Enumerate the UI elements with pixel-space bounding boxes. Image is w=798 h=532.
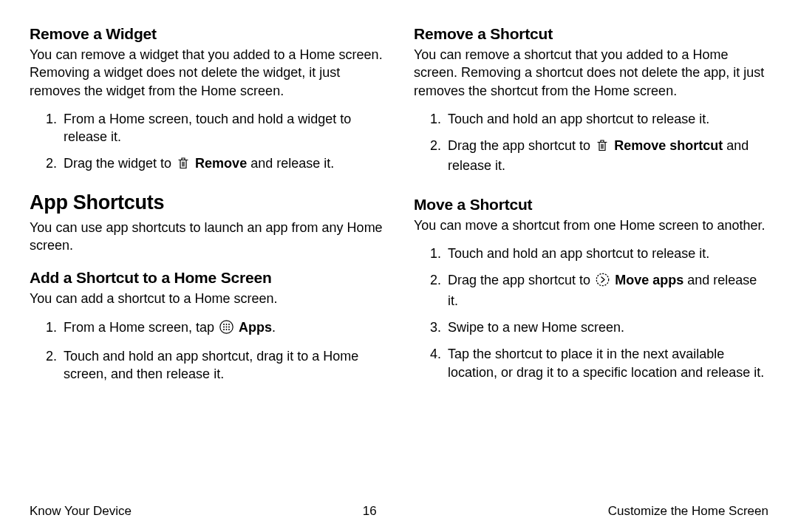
- step-text: Drag the widget to: [64, 156, 175, 171]
- move-apps-icon: [596, 273, 610, 291]
- footer-right: Customize the Home Screen: [608, 504, 768, 519]
- step-text: .: [272, 320, 276, 335]
- list-item: From a Home screen, touch and hold a wid…: [61, 110, 384, 146]
- remove-shortcut-steps: Touch and hold an app shortcut to releas…: [414, 110, 768, 175]
- svg-point-5: [226, 326, 228, 327]
- step-bold: Remove: [195, 156, 247, 171]
- app-shortcuts-desc: You can use app shortcuts to launch an a…: [30, 219, 384, 255]
- page-footer: Know Your Device 16 Customize the Home S…: [30, 504, 768, 519]
- svg-point-9: [228, 329, 230, 330]
- svg-point-1: [223, 324, 225, 325]
- svg-point-8: [226, 329, 228, 330]
- svg-point-7: [223, 329, 225, 330]
- left-column: Remove a Widget You can remove a widget …: [30, 25, 384, 392]
- step-bold: Move apps: [615, 273, 683, 287]
- step-text: From a Home screen, tap: [64, 320, 218, 335]
- apps-grid-icon: [219, 320, 233, 338]
- list-item: Drag the widget to Remove and release it…: [61, 154, 384, 174]
- move-shortcut-desc: You can move a shortcut from one Home sc…: [414, 216, 768, 234]
- step-text: Drag the app shortcut to: [448, 138, 594, 153]
- step-bold: Apps: [239, 320, 272, 335]
- remove-shortcut-desc: You can remove a shortcut that you added…: [414, 46, 768, 100]
- list-item: Touch and hold an app shortcut, drag it …: [61, 347, 384, 383]
- app-shortcuts-heading: App Shortcuts: [30, 191, 384, 214]
- svg-point-6: [228, 326, 230, 327]
- list-item: From a Home screen, tap Apps.: [61, 318, 384, 338]
- step-bold: Remove shortcut: [614, 138, 723, 153]
- list-item: Swipe to a new Home screen.: [445, 318, 768, 336]
- list-item: Touch and hold an app shortcut to releas…: [445, 110, 768, 128]
- svg-point-10: [596, 274, 608, 286]
- remove-shortcut-heading: Remove a Shortcut: [414, 25, 768, 43]
- add-shortcut-desc: You can add a shortcut to a Home screen.: [30, 290, 384, 307]
- move-shortcut-heading: Move a Shortcut: [414, 196, 768, 214]
- list-item: Touch and hold an app shortcut to releas…: [445, 245, 768, 262]
- svg-point-2: [226, 324, 228, 325]
- list-item: Tap the shortcut to place it in the next…: [445, 345, 768, 381]
- add-shortcut-heading: Add a Shortcut to a Home Screen: [30, 269, 384, 287]
- list-item: Drag the app shortcut to Move apps and r…: [445, 271, 768, 310]
- move-shortcut-steps: Touch and hold an app shortcut to releas…: [414, 245, 768, 381]
- page-number: 16: [363, 504, 377, 519]
- footer-left: Know Your Device: [30, 504, 132, 519]
- list-item: Drag the app shortcut to Remove shortcut…: [445, 137, 768, 175]
- svg-point-4: [223, 326, 225, 327]
- remove-widget-desc: You can remove a widget that you added t…: [30, 46, 384, 100]
- trash-icon: [596, 138, 609, 157]
- right-column: Remove a Shortcut You can remove a short…: [414, 25, 768, 392]
- svg-point-3: [228, 324, 230, 325]
- step-text: Drag the app shortcut to: [448, 273, 594, 287]
- step-text: and release it.: [247, 156, 334, 171]
- trash-icon: [177, 156, 190, 174]
- add-shortcut-steps: From a Home screen, tap Apps. Touch and …: [30, 318, 384, 383]
- remove-widget-heading: Remove a Widget: [30, 25, 384, 43]
- remove-widget-steps: From a Home screen, touch and hold a wid…: [30, 110, 384, 175]
